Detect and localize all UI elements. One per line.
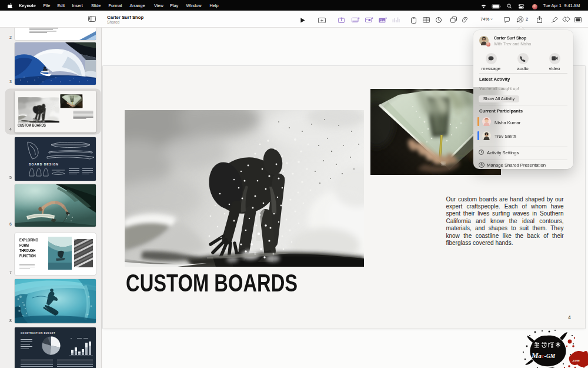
svg-text:CONSTRUCTION BUDGET: CONSTRUCTION BUDGET bbox=[21, 332, 55, 334]
svg-text:FUNCTION: FUNCTION bbox=[19, 253, 36, 258]
svg-text:EXPLORING: EXPLORING bbox=[19, 237, 38, 242]
svg-text:BOARD DESIGN: BOARD DESIGN bbox=[29, 163, 59, 166]
svg-text:.com: .com bbox=[572, 358, 580, 362]
svg-text:CUSTOM BOARDS: CUSTOM BOARDS bbox=[17, 123, 46, 128]
svg-text:FORM: FORM bbox=[19, 243, 29, 247]
svg-text:THROUGH: THROUGH bbox=[19, 248, 36, 253]
